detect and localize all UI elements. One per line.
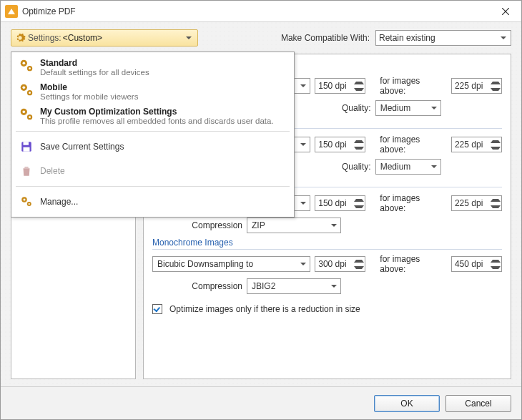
optimize-pdf-dialog: Optimize PDF Settings: <Custom> Make Com… <box>0 0 522 420</box>
caret-down-icon <box>331 285 337 288</box>
app-icon <box>5 5 18 18</box>
manage-cmd[interactable]: Manage... <box>11 190 294 214</box>
svg-point-13 <box>29 116 31 118</box>
gears-icon <box>19 107 34 122</box>
optimize-only-label: Optimize images only if there is a reduc… <box>169 304 360 314</box>
for-images-label: for images above: <box>380 135 447 155</box>
downsample-row: Bicubic Downsampling to 300 dpi for imag… <box>152 254 502 274</box>
profile-desc: Settings for mobile viewers <box>40 92 138 101</box>
caret-down-icon <box>431 107 437 109</box>
svg-point-3 <box>23 62 26 65</box>
caret-down-icon <box>501 36 506 39</box>
dpi-above-input[interactable]: 225 dpi <box>451 137 502 152</box>
profile-mobile[interactable]: Mobile Settings for mobile viewers <box>11 79 294 104</box>
compression-row: Compression ZIP <box>152 218 502 233</box>
section-monochrome: Monochrome Images <box>152 238 502 250</box>
for-images-label: for images above: <box>380 193 447 213</box>
settings-dropdown[interactable]: Settings: <Custom> <box>11 29 198 47</box>
compression-row: Compression JBIG2 <box>152 278 502 294</box>
cancel-button[interactable]: Cancel <box>445 395 511 412</box>
manage-label: Manage... <box>40 197 78 207</box>
svg-rect-15 <box>24 142 29 145</box>
quality-select[interactable]: Medium <box>375 100 441 116</box>
profile-name: Standard <box>40 58 149 68</box>
save-settings-label: Save Current Settings <box>40 142 124 152</box>
caret-down-icon <box>300 263 306 265</box>
close-button[interactable] <box>489 1 521 22</box>
gears-icon <box>19 82 34 98</box>
top-row: Settings: <Custom> Make Compatible With:… <box>11 29 511 47</box>
quality-label: Quality: <box>342 103 371 113</box>
gears-icon <box>19 194 34 210</box>
svg-point-9 <box>29 92 31 94</box>
titlebar: Optimize PDF <box>1 1 521 22</box>
caret-down-icon <box>300 143 306 146</box>
caret-down-icon <box>300 202 306 205</box>
trash-icon <box>19 163 34 179</box>
for-images-label: for images above: <box>380 254 447 274</box>
dpi-above-input[interactable]: 450 dpi <box>451 256 502 272</box>
delete-label: Delete <box>40 166 65 176</box>
caret-down-icon <box>331 224 337 227</box>
ok-button[interactable]: OK <box>374 395 440 412</box>
dpi-above-input[interactable]: 225 dpi <box>451 195 502 211</box>
svg-point-5 <box>29 67 31 69</box>
optimize-only-checkbox[interactable] <box>152 304 162 314</box>
gears-icon <box>19 58 34 74</box>
gear-icon <box>14 32 26 44</box>
svg-point-18 <box>24 199 26 201</box>
svg-point-11 <box>23 111 26 114</box>
separator <box>16 186 290 187</box>
dpi-input[interactable]: 150 dpi <box>315 78 365 94</box>
quality-label: Quality: <box>342 162 371 172</box>
profile-name: My Custom Optimization Settings <box>40 107 274 117</box>
profile-desc: This profile removes all embedded fonts … <box>40 117 274 125</box>
compat-label: Make Compatible With: <box>281 33 370 43</box>
dpi-input[interactable]: 150 dpi <box>315 137 365 152</box>
downsample-select[interactable]: Bicubic Downsampling to <box>152 256 310 272</box>
compression-label: Compression <box>187 220 242 230</box>
caret-down-icon <box>186 36 192 39</box>
profile-name: Mobile <box>40 82 138 92</box>
delete-cmd: Delete <box>11 159 294 183</box>
settings-label: Settings: <box>28 33 61 43</box>
compression-select[interactable]: ZIP <box>247 218 341 233</box>
settings-dropdown-panel: Standard Default settings for all device… <box>11 52 295 218</box>
compression-label: Compression <box>187 281 242 291</box>
optimize-only-row: Optimize images only if there is a reduc… <box>152 304 502 314</box>
svg-point-7 <box>23 87 26 89</box>
quality-select[interactable]: Medium <box>375 159 441 175</box>
dpi-input[interactable]: 300 dpi <box>315 256 365 272</box>
svg-point-20 <box>29 203 30 205</box>
dialog-body: Settings: <Custom> Make Compatible With:… <box>1 22 521 386</box>
dpi-above-input[interactable]: 225 dpi <box>451 78 502 94</box>
caret-down-icon <box>431 165 437 168</box>
separator <box>16 131 290 132</box>
profile-desc: Default settings for all devices <box>40 68 149 77</box>
dialog-footer: OK Cancel <box>1 386 521 419</box>
profile-custom[interactable]: My Custom Optimization Settings This pro… <box>11 104 294 128</box>
dpi-input[interactable]: 150 dpi <box>315 195 365 211</box>
window-title: Optimize PDF <box>22 6 489 16</box>
compat-select[interactable]: Retain existing <box>375 30 511 46</box>
save-icon <box>19 139 34 155</box>
profile-standard[interactable]: Standard Default settings for all device… <box>11 55 294 79</box>
svg-rect-16 <box>24 147 30 152</box>
caret-down-icon <box>300 84 306 87</box>
compat-value: Retain existing <box>379 33 435 43</box>
settings-value: <Custom> <box>63 33 186 43</box>
save-settings-cmd[interactable]: Save Current Settings <box>11 135 294 159</box>
compression-select[interactable]: JBIG2 <box>247 278 341 294</box>
for-images-label: for images above: <box>380 76 447 96</box>
